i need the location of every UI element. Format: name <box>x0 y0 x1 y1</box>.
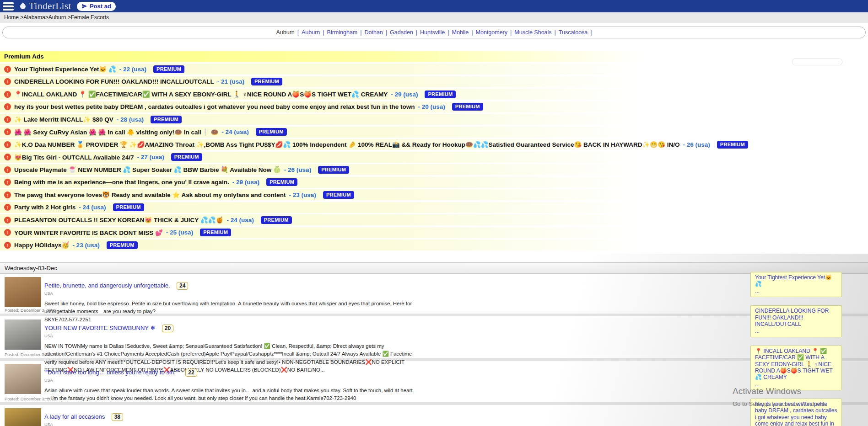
listing-country: USA <box>44 422 868 426</box>
sidebar-ad-more: ... <box>755 381 837 388</box>
city-separator: | <box>360 29 361 36</box>
premium-ad-meta: - 29 (usa) <box>391 91 418 98</box>
premium-ad-meta: - 24 (usa) <box>79 204 106 211</box>
premium-ad-meta: - 27 (usa) <box>137 154 164 160</box>
city-link-birmingham[interactable]: Birmingham <box>327 29 358 36</box>
up-arrow-circle-icon <box>4 229 11 236</box>
premium-ad-row[interactable]: 🌺 🌺 Sexy CuRvy Asian 🌺 🌺 in call 🐥 visit… <box>0 127 868 138</box>
city-separator: | <box>297 29 299 36</box>
city-separator: | <box>416 29 417 36</box>
listing-thumbnail[interactable] <box>5 277 41 307</box>
listing-item: Petite, brunette, and dangerously unforg… <box>0 274 868 314</box>
premium-ad-row[interactable]: 😻Big Tits Girl - OUTCALL Available 24/7 … <box>0 152 868 163</box>
city-separator: | <box>510 29 512 36</box>
sidebar-ad-more: ... <box>755 288 837 294</box>
up-arrow-circle-icon <box>4 204 11 211</box>
city-link-montgomery[interactable]: Montgomery <box>476 29 507 36</box>
listing-posted-date: Posted: December 3, 2025 <box>5 308 56 313</box>
listing-posted-date: Posted: December 3, 2025 <box>5 396 56 401</box>
up-arrow-circle-icon <box>4 217 11 224</box>
city-link-mobile[interactable]: Mobile <box>452 29 469 36</box>
premium-ad-meta: - 23 (usa) <box>289 192 316 198</box>
city-link-huntsville[interactable]: Huntsville <box>420 29 445 36</box>
premium-ad-row[interactable]: 📍INCALL OAKLAND 📍 ✅FACETIME/CAR✅ WITH A … <box>0 89 868 100</box>
city-link-auburn[interactable]: Auburn <box>302 29 320 36</box>
flame-icon <box>19 2 27 10</box>
sidebar-ad-box[interactable]: 📍 INCALL OAKLAND 📍 ✅ FACETIME/CAR ✅ WITH… <box>750 346 842 390</box>
premium-ad-row[interactable]: Party with 2 Hot girls - 24 (usa) PREMIU… <box>0 202 868 213</box>
listing-country: USA <box>44 334 868 338</box>
premium-badge: PREMIUM <box>200 229 231 236</box>
premium-ad-title: 🌺 🌺 Sexy CuRvy Asian 🌺 🌺 in call 🐥 visit… <box>14 128 218 136</box>
premium-ad-meta: - 21 (usa) <box>217 78 244 85</box>
sidebar-ad-text: 📍 INCALL OAKLAND 📍 ✅ FACETIME/CAR ✅ WITH… <box>755 348 837 381</box>
listing-title-link[interactable]: Petite, brunette, and dangerously unforg… <box>44 282 170 289</box>
premium-ad-meta: - 28 (usa) <box>117 116 144 123</box>
post-ad-button[interactable]: Post ad <box>77 2 116 11</box>
city-separator: | <box>590 29 592 36</box>
premium-ad-title: The pawg that everyone loves🐯 Ready and … <box>14 191 286 198</box>
listing-title-link[interactable]: A lady for all occasions <box>44 413 105 420</box>
premium-ad-title: ✨K.O Daa NUMBER 🏅 PROVIDER 🏆 ✨💋AMAZING T… <box>14 141 680 148</box>
premium-ad-meta: - 23 (usa) <box>72 242 99 249</box>
premium-ad-row[interactable]: The pawg that everyone loves🐯 Ready and … <box>0 189 868 200</box>
listing-title-link[interactable]: "'Don't stare too long… unless you're re… <box>44 369 179 376</box>
age-badge: 38 <box>112 413 123 421</box>
brand-name: TinderList <box>29 0 71 12</box>
premium-ad-row[interactable]: Your Tightest Experience Yet🐱 💦 - 22 (us… <box>0 64 868 75</box>
sidebar-ad-box[interactable]: hey its your best wettes petite baby DRE… <box>750 399 842 426</box>
premium-ad-row[interactable]: Upscale Playmate 🍧 NEW NUMBER 💦 Super So… <box>0 164 868 175</box>
listing-thumbnail[interactable] <box>5 320 41 350</box>
hamburger-bar <box>3 5 14 7</box>
premium-badge: PREMIUM <box>266 178 297 186</box>
hamburger-icon[interactable] <box>3 1 15 11</box>
premium-ad-meta: - 29 (usa) <box>232 179 259 186</box>
city-link-gadsden[interactable]: Gadsden <box>390 29 413 36</box>
premium-ad-title: Party with 2 Hot girls <box>14 204 75 211</box>
city-link-muscle-shoals[interactable]: Muscle Shoals <box>514 29 551 36</box>
up-arrow-circle-icon <box>4 242 11 249</box>
listing-thumbnail[interactable] <box>5 364 41 394</box>
premium-badge: PREMIUM <box>171 153 202 161</box>
age-badge: 22 <box>185 369 197 377</box>
listing-item: YOUR NEW FAVORITE SNOWBUNNY ❄ 20 USA NEW… <box>0 316 868 358</box>
up-arrow-circle-icon <box>4 78 11 85</box>
listing-title-link[interactable]: YOUR NEW FAVORITE SNOWBUNNY ❄ <box>44 325 155 331</box>
up-arrow-circle-icon <box>4 166 11 173</box>
up-arrow-circle-icon <box>4 192 11 198</box>
premium-ad-row[interactable]: Happy HOlidays🥳 - 23 (usa) PREMIUM <box>0 240 868 250</box>
sidebar-ad-box[interactable]: CINDERELLA LOOKING FOR FUN!!! OAKLAND!!!… <box>750 305 842 337</box>
city-current[interactable]: Auburn <box>276 29 294 36</box>
site-logo[interactable]: TinderList <box>20 0 71 12</box>
premium-ad-meta: - 24 (usa) <box>226 217 253 224</box>
premium-ad-row[interactable]: YOUR WINTER FAVORITE IS BACK DONT MISS 💕… <box>0 227 868 238</box>
premium-ad-meta: - 20 (usa) <box>418 103 445 110</box>
hamburger-bar <box>3 2 14 4</box>
up-arrow-circle-icon <box>4 91 11 98</box>
premium-badge: PREMIUM <box>251 78 282 85</box>
floating-widget[interactable] <box>792 59 842 65</box>
city-separator: | <box>323 29 324 36</box>
up-arrow-circle-icon <box>4 103 11 110</box>
premium-ad-row[interactable]: PLEASANTON OUTCALLS !! SEXY KOREAN😻 THIC… <box>0 214 868 225</box>
premium-ad-row[interactable]: Being with me is an experience—one that … <box>0 177 868 188</box>
city-link-dothan[interactable]: Dothan <box>365 29 383 36</box>
up-arrow-circle-icon <box>4 116 11 123</box>
age-badge: 24 <box>177 282 188 290</box>
premium-ad-meta: - 25 (usa) <box>166 229 193 236</box>
sidebar-ad-more: ... <box>755 328 837 334</box>
listings: Petite, brunette, and dangerously unforg… <box>0 274 868 426</box>
breadcrumb[interactable]: Home >Alabama>Auburn >Female Escorts <box>0 12 868 23</box>
premium-ad-title: Upscale Playmate 🍧 NEW NUMBER 💦 Super So… <box>14 166 281 173</box>
sidebar-ad-box[interactable]: Your Tightest Experience Yet🐱 💦 ... <box>750 272 842 297</box>
premium-ad-row[interactable]: ✨K.O Daa NUMBER 🏅 PROVIDER 🏆 ✨💋AMAZING T… <box>0 139 868 150</box>
city-link-tuscaloosa[interactable]: Tuscaloosa <box>559 29 588 36</box>
premium-ad-meta: - 22 (usa) <box>119 66 146 73</box>
listing-thumbnail[interactable] <box>5 408 41 426</box>
hamburger-bar <box>3 9 14 11</box>
age-badge: 20 <box>162 325 173 332</box>
listing-item: A lady for all occasions 38 USA <box>0 405 868 426</box>
premium-ad-row[interactable]: hey its your best wettes petite baby DRE… <box>0 101 868 112</box>
premium-ad-row[interactable]: ✨ Lake Merritt INCALL✨ $80 QV - 28 (usa)… <box>0 114 868 125</box>
premium-ad-row[interactable]: CINDERELLA LOOKING FOR FUN!!! OAKLAND!!!… <box>0 76 868 87</box>
